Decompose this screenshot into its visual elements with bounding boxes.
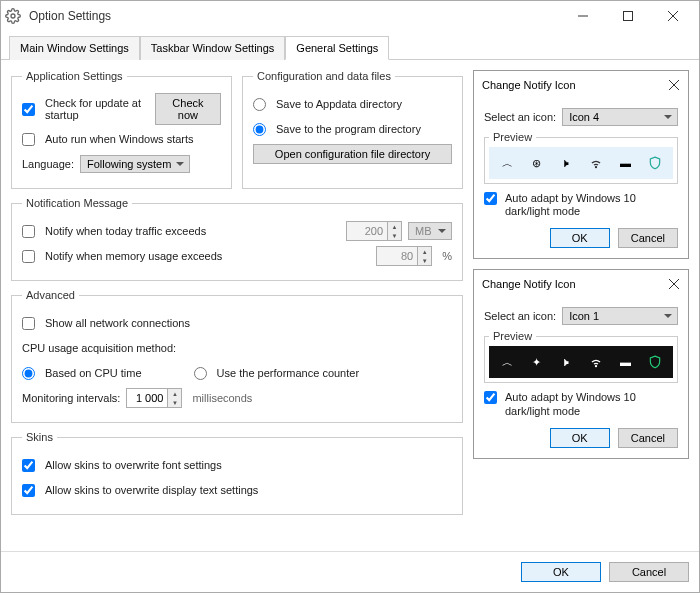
dialog2-cancel-button[interactable]: Cancel: [618, 428, 678, 448]
main-ok-button[interactable]: OK: [521, 562, 601, 582]
notify-memory-label: Notify when memory usage exceeds: [45, 250, 222, 262]
check-update-label: Check for update at startup: [45, 97, 143, 121]
traffic-unit-select[interactable]: MB: [408, 222, 452, 240]
auto-run-checkbox[interactable]: [22, 133, 35, 146]
speaker-icon: 🕨: [558, 155, 574, 171]
speaker-icon: 🕨: [558, 354, 574, 370]
battery-icon: ▬: [617, 354, 633, 370]
dialog2-autoadapt-label: Auto adapt by Windows 10 dark/light mode: [505, 391, 678, 417]
cpu-time-radio[interactable]: [22, 367, 35, 380]
check-update-checkbox[interactable]: [22, 103, 35, 116]
tabs: Main Window Settings Taskbar Window Sett…: [1, 31, 699, 60]
application-settings-legend: Application Settings: [22, 70, 127, 82]
shield-icon: [647, 354, 663, 370]
check-now-button[interactable]: Check now: [155, 93, 221, 125]
change-notify-icon-dialog-2: Change Notify Icon Select an icon: Icon …: [473, 269, 689, 458]
svg-point-0: [11, 14, 15, 18]
language-select[interactable]: Following system: [80, 155, 190, 173]
skins-group: Skins Allow skins to overwrite font sett…: [11, 431, 463, 515]
dialog1-title: Change Notify Icon: [482, 79, 666, 91]
dialog2-icon-select[interactable]: Icon 1: [562, 307, 678, 325]
perf-counter-radio[interactable]: [194, 367, 207, 380]
save-appdata-label: Save to Appdata directory: [276, 98, 402, 110]
traffic-value-input[interactable]: ▲▼: [346, 221, 402, 241]
save-appdata-radio[interactable]: [253, 98, 266, 111]
chevron-up-icon: ︿: [499, 155, 515, 171]
dialog2-autoadapt-checkbox[interactable]: [484, 391, 497, 404]
dialog2-select-label: Select an icon:: [484, 310, 556, 322]
dialog2-close-button[interactable]: [666, 276, 682, 292]
shield-icon: [647, 155, 663, 171]
svg-point-10: [595, 366, 596, 367]
wifi-icon: [588, 354, 604, 370]
cpu-method-label: CPU usage acquisition method:: [22, 342, 176, 354]
tab-main-window[interactable]: Main Window Settings: [9, 36, 140, 60]
dialog2-icon-strip: ︿ ✦ 🕨 ▬: [489, 346, 673, 378]
skins-legend: Skins: [22, 431, 57, 443]
dialog1-icon-select[interactable]: Icon 4: [562, 108, 678, 126]
dialog1-preview: Preview ︿ ⊛ 🕨 ▬: [484, 131, 678, 184]
skins-font-checkbox[interactable]: [22, 459, 35, 472]
close-button[interactable]: [650, 2, 695, 30]
main-cancel-button[interactable]: Cancel: [609, 562, 689, 582]
gear-icon: [5, 8, 21, 24]
open-config-dir-button[interactable]: Open configuration file directory: [253, 144, 452, 164]
monitoring-intervals-label: Monitoring intervals:: [22, 392, 120, 404]
option-settings-window: Option Settings Main Window Settings Tas…: [0, 0, 700, 593]
chevron-up-icon: ︿: [499, 354, 515, 370]
memory-value-input[interactable]: ▲▼: [376, 246, 432, 266]
cpu-time-label: Based on CPU time: [45, 367, 142, 379]
auto-run-label: Auto run when Windows starts: [45, 133, 194, 145]
advanced-legend: Advanced: [22, 289, 79, 301]
monitoring-intervals-unit: milliseconds: [192, 392, 252, 404]
wifi-icon: [588, 155, 604, 171]
skins-text-checkbox[interactable]: [22, 484, 35, 497]
skins-font-label: Allow skins to overwrite font settings: [45, 459, 222, 471]
monitoring-intervals-input[interactable]: ▲▼: [126, 388, 182, 408]
dialog1-close-button[interactable]: [666, 77, 682, 93]
config-files-legend: Configuration and data files: [253, 70, 395, 82]
right-column: Change Notify Icon Select an icon: Icon …: [473, 70, 689, 541]
dialog1-icon-strip: ︿ ⊛ 🕨 ▬: [489, 147, 673, 179]
bottom-bar: OK Cancel: [1, 551, 699, 592]
dialog1-ok-button[interactable]: OK: [550, 228, 610, 248]
dialog2-ok-button[interactable]: OK: [550, 428, 610, 448]
tab-taskbar-window[interactable]: Taskbar Window Settings: [140, 36, 286, 60]
dialog2-preview: Preview ︿ ✦ 🕨 ▬: [484, 330, 678, 383]
titlebar: Option Settings: [1, 1, 699, 31]
dialog1-autoadapt-checkbox[interactable]: [484, 192, 497, 205]
maximize-button[interactable]: [605, 2, 650, 30]
save-program-label: Save to the program directory: [276, 123, 421, 135]
memory-unit-label: %: [442, 250, 452, 262]
traffic-icon: ✦: [529, 354, 545, 370]
application-settings-group: Application Settings Check for update at…: [11, 70, 232, 189]
dialog1-cancel-button[interactable]: Cancel: [618, 228, 678, 248]
svg-point-7: [595, 167, 596, 168]
change-notify-icon-dialog-1: Change Notify Icon Select an icon: Icon …: [473, 70, 689, 259]
save-program-radio[interactable]: [253, 123, 266, 136]
advanced-group: Advanced Show all network connections CP…: [11, 289, 463, 423]
minimize-button[interactable]: [560, 2, 605, 30]
show-all-connections-label: Show all network connections: [45, 317, 190, 329]
notification-group: Notification Message Notify when today t…: [11, 197, 463, 281]
tab-content: Application Settings Check for update at…: [1, 60, 699, 551]
skins-text-label: Allow skins to overwrite display text se…: [45, 484, 258, 496]
traffic-icon: ⊛: [529, 155, 545, 171]
dialog2-title: Change Notify Icon: [482, 278, 666, 290]
config-files-group: Configuration and data files Save to App…: [242, 70, 463, 189]
dialog1-select-label: Select an icon:: [484, 111, 556, 123]
tab-general-settings[interactable]: General Settings: [285, 36, 389, 60]
dialog1-preview-label: Preview: [489, 131, 536, 143]
dialog1-autoadapt-label: Auto adapt by Windows 10 dark/light mode: [505, 192, 678, 218]
notify-traffic-label: Notify when today traffic exceeds: [45, 225, 206, 237]
notify-memory-checkbox[interactable]: [22, 250, 35, 263]
language-label: Language:: [22, 158, 74, 170]
battery-icon: ▬: [617, 155, 633, 171]
notify-traffic-checkbox[interactable]: [22, 225, 35, 238]
perf-counter-label: Use the performance counter: [217, 367, 359, 379]
svg-rect-2: [623, 12, 632, 21]
show-all-connections-checkbox[interactable]: [22, 317, 35, 330]
left-column: Application Settings Check for update at…: [11, 70, 463, 541]
dialog2-preview-label: Preview: [489, 330, 536, 342]
window-title: Option Settings: [25, 9, 560, 23]
